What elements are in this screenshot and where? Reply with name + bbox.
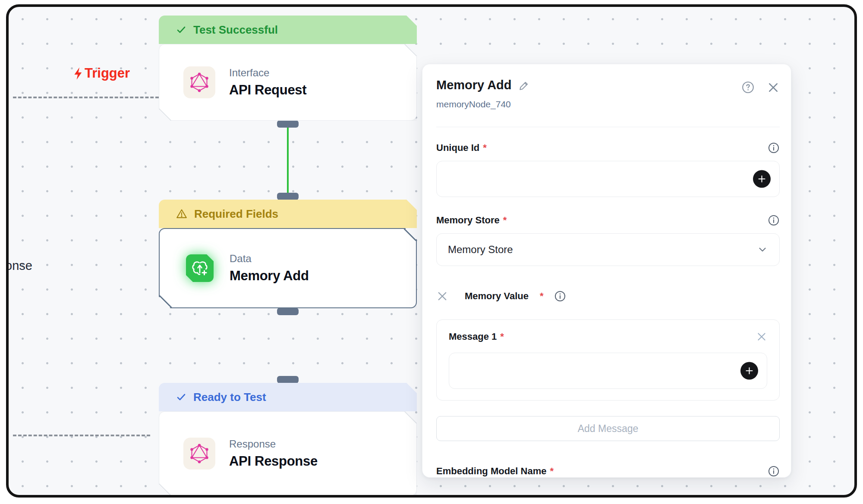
info-circle-icon[interactable]: [768, 465, 780, 477]
node-status-banner-success: Test Successful: [159, 16, 417, 44]
panel-header: Memory Add: [436, 78, 780, 94]
node-id-label: memoryNode_740: [436, 99, 780, 110]
field-label: Unique Id: [436, 142, 479, 153]
node-card-memory-add[interactable]: Data Memory Add: [159, 228, 417, 308]
field-label: Message 1: [449, 331, 497, 342]
node-title: Memory Add: [230, 268, 309, 284]
divider: [436, 127, 780, 127]
info-circle-icon[interactable]: [768, 214, 780, 226]
add-message-button[interactable]: Add Message: [436, 416, 780, 441]
node-category: Data: [230, 253, 309, 265]
field-embedding-model-name: Embedding Model Name *: [436, 465, 780, 477]
selected-value: Memory Store: [448, 244, 513, 256]
field-label: Embedding Model Name: [436, 466, 546, 477]
node-config-panel: Memory Add: [422, 64, 791, 478]
node-api-request[interactable]: Test Successful: [159, 16, 417, 121]
remove-message-icon[interactable]: [756, 331, 767, 342]
node-card-api-response[interactable]: Response API Response: [159, 411, 417, 496]
node-card-api-request[interactable]: Interface API Request: [159, 44, 417, 121]
edge-api-request-to-memory-add: [287, 124, 289, 195]
field-memory-value: Memory Value *: [436, 290, 780, 302]
brain-add-icon: [186, 254, 214, 282]
required-marker: *: [503, 215, 507, 226]
node-title: API Response: [229, 454, 318, 469]
memory-store-select[interactable]: Memory Store: [436, 233, 780, 266]
node-status-label: Test Successful: [193, 23, 278, 37]
panel-title: Memory Add: [436, 78, 512, 92]
clipped-node-label: onse: [6, 259, 32, 273]
trigger-label: Trigger: [85, 66, 130, 81]
unique-id-input-wrap: [436, 161, 780, 197]
question-circle-icon[interactable]: [741, 81, 755, 94]
required-marker: *: [550, 466, 554, 477]
dashed-edge-bottom: [13, 435, 150, 436]
message-input-wrap: [449, 353, 767, 389]
workflow-canvas: Trigger onse Test Successful: [6, 4, 857, 498]
info-circle-icon[interactable]: [768, 142, 780, 154]
unique-id-input[interactable]: [437, 161, 779, 197]
info-circle-icon[interactable]: [554, 290, 566, 302]
lightning-bolt-icon: [72, 67, 84, 80]
chevron-down-icon: [757, 244, 768, 255]
graphql-icon: [183, 438, 215, 470]
remove-memory-value-icon[interactable]: [436, 290, 448, 302]
screenshot-page: Trigger onse Test Successful: [0, 0, 863, 504]
plus-circle-icon[interactable]: [740, 362, 758, 380]
message-input[interactable]: [449, 353, 767, 388]
node-status-banner-warning: Required Fields: [159, 200, 417, 228]
node-status-banner-ready: Ready to Test: [159, 383, 417, 411]
app-window-frame: Trigger onse Test Successful: [6, 4, 857, 498]
field-label: Memory Value: [465, 291, 529, 302]
trigger-badge: Trigger: [72, 66, 130, 81]
graphql-icon: [183, 66, 215, 98]
required-marker: *: [540, 291, 544, 302]
required-marker: *: [483, 142, 487, 153]
warning-triangle-icon: [176, 208, 187, 219]
node-api-response[interactable]: Ready to Test: [159, 383, 417, 496]
handle-api-request-bottom[interactable]: [277, 120, 299, 128]
node-category: Interface: [229, 67, 306, 79]
dashed-edge-top: [13, 97, 159, 98]
node-memory-add[interactable]: Required Fields: [159, 200, 417, 308]
required-marker: *: [500, 331, 504, 342]
field-unique-id: Unique Id *: [436, 142, 780, 197]
field-memory-store: Memory Store * Memory Store: [436, 214, 780, 266]
node-status-label: Ready to Test: [193, 391, 266, 404]
close-icon[interactable]: [767, 81, 780, 94]
plus-circle-icon[interactable]: [753, 170, 771, 188]
node-title: API Request: [229, 82, 306, 98]
message-card: Message 1 *: [436, 319, 780, 401]
field-label: Memory Store: [436, 215, 500, 226]
node-status-label: Required Fields: [194, 207, 278, 221]
node-category: Response: [229, 438, 318, 450]
pencil-icon[interactable]: [519, 80, 530, 91]
handle-memory-add-bottom[interactable]: [277, 308, 299, 315]
handle-memory-add-top[interactable]: [277, 193, 299, 200]
handle-api-response-top[interactable]: [277, 376, 299, 383]
check-icon: [176, 392, 186, 402]
check-icon: [176, 25, 186, 35]
